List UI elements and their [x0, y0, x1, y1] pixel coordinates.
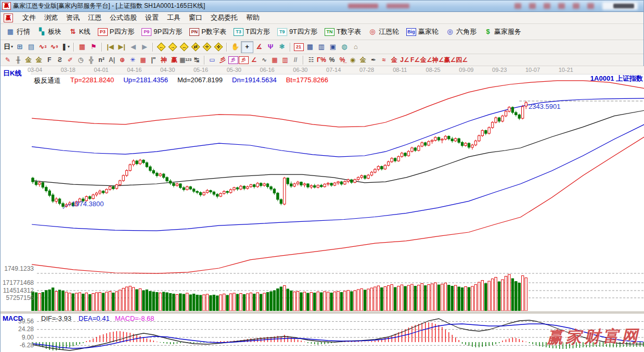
shen-tool-button[interactable]: 神	[159, 55, 169, 65]
menu-item-5[interactable]: 公式选股	[106, 11, 141, 24]
t-square-button[interactable]: T3T四方形	[230, 26, 274, 38]
red-grid-button[interactable]: ▦	[76, 42, 88, 53]
titlebar-mini-icon[interactable]	[587, 3, 594, 9]
tick-marks-button[interactable]: |"	[148, 55, 159, 65]
shen-angle-button[interactable]: 神∠	[432, 55, 444, 65]
angle-tool-button[interactable]: ∡	[253, 42, 265, 53]
mirror-button[interactable]: A|	[107, 55, 117, 65]
hexagon-button[interactable]: ◎六角形	[442, 26, 480, 38]
n-square-button[interactable]: n²	[96, 55, 107, 65]
swirl5-button[interactable]: Ƨ	[55, 55, 65, 65]
cycle-clock-button[interactable]: ◷	[75, 55, 86, 65]
menu-item-4[interactable]: 江恩	[84, 11, 106, 24]
slash-lines-button[interactable]: //	[290, 55, 301, 65]
titlebar-mini-icon[interactable]	[514, 3, 521, 9]
titlebar-mini-icon[interactable]	[544, 3, 550, 9]
titlebar-mini-icon[interactable]	[558, 3, 565, 9]
page-back-button[interactable]: ◀	[127, 42, 139, 53]
wave-red-button[interactable]: ≈	[379, 55, 389, 65]
star-rays-button[interactable]: ✳	[127, 55, 138, 65]
menu-item-2[interactable]: 浏览	[40, 11, 62, 24]
calculator-button[interactable]: ▦	[304, 42, 316, 53]
spiral-tool-button[interactable]: ❃	[276, 42, 288, 53]
width-tool-button[interactable]: ↹	[191, 55, 202, 65]
system-button[interactable]: ⌂	[350, 42, 362, 53]
percent-button[interactable]: %	[327, 55, 337, 65]
expand-all-button[interactable]: ✛	[201, 42, 213, 53]
kline-button[interactable]: ⇅K线	[65, 26, 94, 38]
price-grid-button[interactable]: ▦	[269, 55, 280, 65]
wave-tool-button[interactable]: ∿	[259, 55, 269, 65]
menu-item-6[interactable]: 设置	[141, 11, 163, 24]
titlebar-mini-icon[interactable]	[529, 3, 536, 9]
ruler2-button[interactable]: ╬	[86, 55, 96, 65]
t-number-button[interactable]: TNT数字表	[321, 26, 365, 38]
flag-button[interactable]: ⚑	[88, 42, 99, 53]
menu-item-7[interactable]: 工具	[163, 11, 185, 24]
shift-right-button[interactable]: →	[167, 42, 178, 53]
menu-item-10[interactable]: 帮助	[242, 11, 264, 24]
gold-levels-button[interactable]: 金	[358, 55, 368, 65]
gann-compass-button[interactable]: ⊕	[117, 55, 127, 65]
ink-pen-button[interactable]: ✒	[368, 55, 379, 65]
kline-chart-canvas[interactable]	[1, 74, 644, 352]
gold-ratio-button[interactable]: 金	[23, 55, 34, 65]
info-panel-button[interactable]: ▤	[25, 42, 37, 53]
grid-123-button[interactable]: ▦123	[179, 55, 191, 65]
sectors-button[interactable]: ▚板块	[34, 26, 65, 38]
square-grid-button[interactable]: ▦	[138, 55, 148, 65]
fan-lines-button[interactable]: 彡	[217, 55, 228, 65]
jump-end-button[interactable]: ▶|	[116, 42, 127, 53]
ying-tool-button[interactable]: 赢	[169, 55, 179, 65]
compress-h-button[interactable]: ⇄	[190, 42, 201, 53]
calendar-button[interactable]: 21	[293, 42, 304, 53]
hand-tool-button[interactable]: ✋	[229, 42, 241, 53]
winner-service-button[interactable]: $赢家服务	[480, 26, 525, 38]
page-fwd-button[interactable]: ▶	[139, 42, 150, 53]
gann-shape-tool-button[interactable]: Ψ	[265, 42, 276, 53]
candle-type-button-button[interactable]: ❚▾	[60, 42, 71, 53]
menu-item-8[interactable]: 窗口	[185, 11, 207, 24]
crosshair-tool-button[interactable]: +	[241, 41, 253, 53]
kline-period-button-button[interactable]: 日▾	[3, 42, 14, 53]
j-angle-button[interactable]: J∠	[400, 55, 410, 65]
draw-pen-button[interactable]: ✎	[3, 55, 13, 65]
chart9-button[interactable]: ∿9	[48, 42, 60, 53]
quotes-button[interactable]: ▦行情	[3, 26, 34, 38]
save-button[interactable]: ▣	[327, 42, 339, 53]
zoom-h-button[interactable]: ↔	[178, 42, 190, 53]
chart3-button[interactable]: ∿3	[37, 42, 48, 53]
jump-start-button[interactable]: |◀	[105, 42, 116, 53]
pen2-button[interactable]: ✐	[65, 55, 75, 65]
gold-circle-button[interactable]: ◉	[347, 55, 358, 65]
gold-angle-button[interactable]: 金∠	[420, 55, 432, 65]
si-angle-button[interactable]: 四∠	[456, 55, 468, 65]
menu-item-9[interactable]: 交易委托	[207, 11, 242, 24]
winner-wheel-button[interactable]: Big赢家轮	[403, 26, 442, 38]
p-number-button[interactable]: PNP数字表	[186, 26, 230, 38]
boxed-fan2-button[interactable]: 彡	[238, 55, 249, 65]
shift-left-button[interactable]: ←	[156, 42, 167, 53]
gann-wheel-button[interactable]: ◎江恩轮	[365, 26, 403, 38]
gold-ratio2-button[interactable]: 金	[34, 55, 44, 65]
network-button[interactable]: ⊞	[14, 42, 25, 53]
menu-item-3[interactable]: 资讯	[62, 11, 84, 24]
web-export-button[interactable]: ◍	[339, 42, 350, 53]
notes-button[interactable]: ▥	[316, 42, 327, 53]
p-square-button[interactable]: P3P四方形	[94, 26, 138, 38]
ledger-button[interactable]: ☷	[306, 55, 316, 65]
ying-angle-button[interactable]: 赢∠	[444, 55, 456, 65]
box-tool-button[interactable]: ▭	[207, 55, 217, 65]
menu-item-1[interactable]: 文件	[18, 11, 40, 24]
trend-angle-button[interactable]: ∠	[249, 55, 259, 65]
f-angle-button[interactable]: F∠	[410, 55, 420, 65]
f-levels-button[interactable]: F	[44, 55, 55, 65]
boxed-fan-button[interactable]: 彡	[228, 55, 238, 65]
gann-ruler-button[interactable]: ╫	[13, 55, 23, 65]
p9-square-button[interactable]: P99P四方形	[138, 26, 186, 38]
fit-all-button[interactable]: ✜	[213, 42, 224, 53]
chart-panel[interactable]: 03-0403-1804-0104-1604-3005-1605-3006-16…	[1, 66, 644, 352]
percent-line-button[interactable]: %̲	[337, 55, 347, 65]
t9-square-button[interactable]: T99T四方形	[274, 26, 321, 38]
percent-top-button[interactable]: Γ%	[316, 55, 327, 65]
